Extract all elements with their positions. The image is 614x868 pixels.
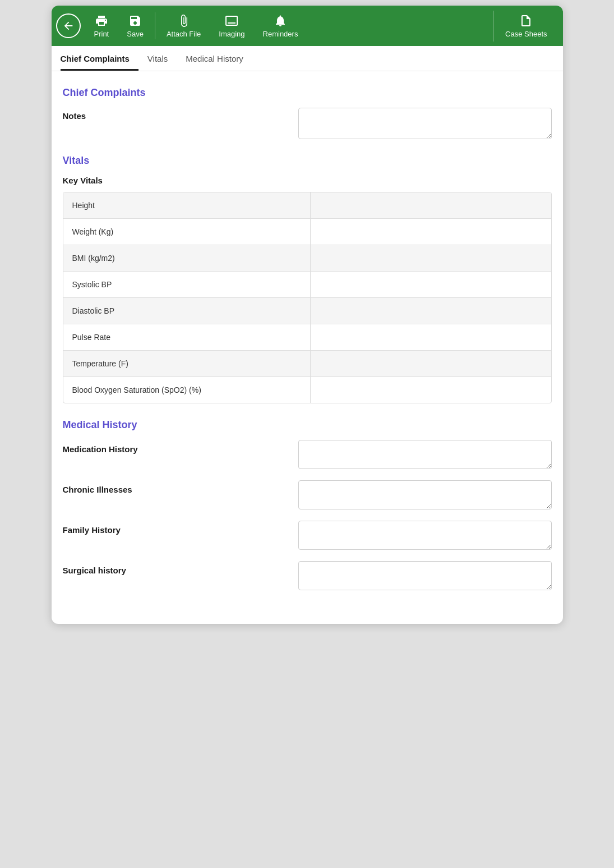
height-label: Height [63, 194, 310, 217]
print-button[interactable]: Print [85, 11, 118, 42]
notes-input[interactable] [298, 108, 552, 139]
vitals-row-temperature: Temperature (F) [63, 351, 551, 377]
case-sheets-button[interactable]: Case Sheets [493, 11, 558, 42]
family-history-row: Family History [63, 521, 552, 550]
tab-medical-history[interactable]: Medical History [186, 46, 252, 71]
chronic-illnesses-row: Chronic Illnesses [63, 480, 552, 509]
notes-label: Notes [63, 108, 298, 121]
attach-file-icon [177, 14, 191, 27]
chronic-illnesses-input[interactable] [298, 480, 552, 509]
diastolic-bp-label: Diastolic BP [63, 300, 310, 322]
case-sheets-icon [519, 14, 533, 27]
medical-history-title: Medical History [63, 419, 552, 431]
vitals-row-bmi: BMI (kg/m2) [63, 245, 551, 272]
spo2-label: Blood Oxygen Saturation (SpO2) (%) [63, 379, 310, 401]
pulse-rate-label: Pulse Rate [63, 326, 310, 348]
weight-input[interactable] [310, 219, 551, 245]
vitals-title: Vitals [63, 155, 552, 167]
medication-history-label: Medication History [63, 440, 298, 454]
save-button[interactable]: Save [118, 11, 153, 42]
key-vitals-subtitle: Key Vitals [63, 176, 552, 185]
page-content: Chief Complaints Notes Vitals Key Vitals… [52, 71, 563, 624]
reminders-button[interactable]: Reminders [254, 11, 307, 42]
save-label: Save [127, 30, 144, 38]
medication-history-input[interactable] [298, 440, 552, 469]
height-input[interactable] [310, 192, 551, 218]
surgical-history-row: Surgical history [63, 561, 552, 590]
back-icon [62, 20, 75, 32]
chief-complaints-section: Chief Complaints Notes [63, 87, 552, 139]
family-history-label: Family History [63, 521, 298, 535]
chronic-illnesses-label: Chronic Illnesses [63, 480, 298, 494]
vitals-section: Vitals Key Vitals Height Weight (Kg) BMI… [63, 155, 552, 403]
family-history-input[interactable] [298, 521, 552, 550]
spo2-input[interactable] [310, 377, 551, 403]
print-label: Print [94, 30, 109, 38]
tabs-bar: Chief Complaints Vitals Medical History [52, 46, 563, 71]
vitals-row-systolic: Systolic BP [63, 272, 551, 298]
vitals-row-diastolic: Diastolic BP [63, 298, 551, 324]
weight-label: Weight (Kg) [63, 221, 310, 243]
temperature-label: Temperature (F) [63, 352, 310, 375]
reminders-icon [274, 14, 287, 27]
app-container: Print Save Attach File Imaging Rem [52, 6, 563, 624]
pulse-rate-input[interactable] [310, 324, 551, 350]
temperature-input[interactable] [310, 351, 551, 376]
case-sheets-label: Case Sheets [505, 30, 547, 38]
tab-chief-complaints[interactable]: Chief Complaints [61, 46, 139, 71]
medication-history-row: Medication History [63, 440, 552, 469]
vitals-row-pulse: Pulse Rate [63, 324, 551, 351]
vitals-row-height: Height [63, 192, 551, 219]
surgical-history-input[interactable] [298, 561, 552, 590]
bmi-label: BMI (kg/m2) [63, 247, 310, 269]
systolic-bp-label: Systolic BP [63, 273, 310, 296]
back-button[interactable] [56, 13, 81, 38]
systolic-bp-input[interactable] [310, 272, 551, 297]
vitals-row-spo2: Blood Oxygen Saturation (SpO2) (%) [63, 377, 551, 403]
save-icon [128, 14, 142, 27]
surgical-history-label: Surgical history [63, 561, 298, 575]
imaging-label: Imaging [219, 30, 244, 38]
reminders-label: Reminders [263, 30, 298, 38]
toolbar: Print Save Attach File Imaging Rem [52, 6, 563, 46]
medical-history-section: Medical History Medication History Chron… [63, 419, 552, 590]
imaging-icon [225, 14, 238, 27]
tab-vitals[interactable]: Vitals [147, 46, 177, 71]
toolbar-separator-1 [155, 12, 155, 39]
imaging-button[interactable]: Imaging [210, 11, 253, 42]
attach-file-label: Attach File [167, 30, 201, 38]
chief-complaints-title: Chief Complaints [63, 87, 552, 99]
vitals-table: Height Weight (Kg) BMI (kg/m2) Systolic … [63, 192, 552, 403]
vitals-row-weight: Weight (Kg) [63, 219, 551, 245]
print-icon [95, 14, 108, 27]
attach-file-button[interactable]: Attach File [158, 11, 210, 42]
diastolic-bp-input[interactable] [310, 298, 551, 324]
notes-row: Notes [63, 108, 552, 139]
bmi-input[interactable] [310, 245, 551, 271]
